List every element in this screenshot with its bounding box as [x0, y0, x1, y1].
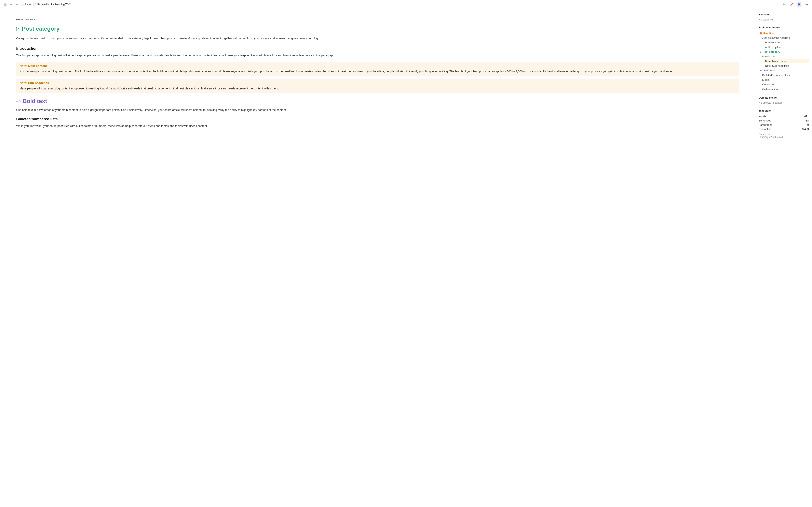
topbar: ☰ ← → 📄 Page / 📄 Page with nice heading … — [0, 0, 812, 9]
toc-link-note-sub[interactable]: Note: Sub-headlines — [764, 64, 809, 68]
toc-item-cta: Call-to-action — [759, 87, 809, 91]
backlinks-section: Backlinks No backlinks — [759, 13, 809, 21]
toc-link-author-byline[interactable]: Author by-line — [764, 45, 809, 49]
menu-icon[interactable]: ☰ — [3, 2, 7, 6]
toc-link-introduction[interactable]: Introduction — [761, 54, 809, 59]
right-sidebar: Backlinks No backlinks Table of contents… — [755, 9, 812, 507]
top-text: writer creates it. — [16, 17, 739, 21]
introduction-text: The first paragraph of your blog post wi… — [16, 53, 739, 58]
text-stats-title: Text stats — [759, 109, 809, 112]
toc-icon-headline: ▦ — [759, 32, 762, 35]
breadcrumb-page[interactable]: Page — [24, 3, 31, 6]
objects-inside-section: Objects inside No objects in content — [759, 96, 809, 104]
toc-item-post-category: ↻ Post category — [759, 50, 809, 54]
note-subheadlines-block: Note: Sub-headlines Many people will sca… — [16, 79, 739, 93]
toc-link-conclusion[interactable]: Conclusion — [761, 82, 809, 87]
note-subheadlines-text: Many people will scan your blog content … — [19, 86, 736, 91]
page-icon-1: 📄 — [20, 3, 24, 6]
breadcrumb-sep: / — [32, 3, 32, 6]
toc-item-just-below: Just below the headline.. — [759, 36, 809, 40]
post-category-heading: ▷ Post category — [16, 25, 739, 32]
toc-item-note-sub: Note: Sub-headlines — [759, 64, 809, 68]
note-main-content-block: Note: Main content It is the main part o… — [16, 62, 739, 76]
note-subheadlines-heading: Note: Sub-headlines — [19, 81, 736, 84]
category-icon: ▷ — [16, 26, 20, 32]
bulleted-heading: Bulleted/numbered lists — [16, 117, 739, 121]
note-main-content-text: It is the main part of your blog post co… — [19, 69, 736, 74]
layout-icon[interactable]: ▣ — [797, 2, 802, 7]
main-layout: writer creates it. ▷ Post category Categ… — [0, 9, 812, 507]
stats-characters-row: Characters 3,483 — [759, 127, 809, 131]
stats-characters-value: 3,483 — [802, 127, 809, 130]
toc-item-bold-text: Aa Bold text — [759, 68, 809, 73]
toc-item-author-byline: Author by-line — [759, 45, 809, 49]
objects-inside-title: Objects inside — [759, 96, 809, 99]
bold-text-heading: Aa Bold text — [16, 98, 739, 104]
toc-item-introduction: Introduction — [759, 54, 809, 59]
breadcrumb: 📄 Page / 📄 Page with nice heading TOC — [20, 3, 71, 6]
page-icon-2: 📄 — [33, 3, 37, 6]
toc-section: Table of contents ▦ Headline Just below … — [759, 26, 809, 91]
toc-item-bulleted: Bulleted/numbered lists — [759, 73, 809, 77]
toc-link-post-category[interactable]: ↻ Post category — [759, 50, 809, 54]
bold-text-body: Use bold text in a few areas of your mai… — [16, 108, 739, 112]
toc-link-bulleted[interactable]: Bulleted/numbered lists — [761, 73, 809, 77]
toc-link-note-main[interactable]: Note: Main content — [764, 59, 809, 63]
stats-sentences-label: Sentences — [759, 119, 771, 122]
post-category-title: Post category — [22, 25, 59, 32]
topbar-actions: ✂ 📌 ▣ ⋯ — [782, 2, 809, 7]
note-main-content-heading: Note: Main content — [19, 64, 736, 67]
introduction-heading: Introduction — [16, 46, 739, 51]
toc-item-conclusion: Conclusion — [759, 82, 809, 87]
toc-item-media: Media — [759, 78, 809, 82]
toc-link-cta[interactable]: Call-to-action — [761, 87, 809, 91]
toc-item-headline: ▦ Headline — [759, 31, 809, 35]
stats-words-label: Words — [759, 115, 766, 118]
toc-link-publish-date[interactable]: Publish date — [764, 40, 809, 45]
toc-link-media[interactable]: Media — [761, 78, 809, 82]
stats-sentences-value: 38 — [806, 119, 809, 122]
stats-words-row: Words 621 — [759, 114, 809, 118]
stats-words-value: 621 — [804, 115, 809, 118]
toc-link-just-below[interactable]: Just below the headline.. — [761, 36, 809, 40]
toc-icon-bold-text: Aa — [759, 69, 762, 72]
toc-item-publish-date: Publish date — [759, 40, 809, 45]
stats-paragraphs-label: Paragraphs — [759, 123, 772, 126]
stats-sentences-row: Sentences 38 — [759, 118, 809, 123]
stats-paragraphs-value: 0 — [807, 123, 809, 126]
backlinks-title: Backlinks — [759, 13, 809, 16]
stats-paragraphs-row: Paragraphs 0 — [759, 123, 809, 127]
toc-link-bold-text[interactable]: Aa Bold text — [759, 68, 809, 73]
created-at-value: February 22, 2024 AM — [759, 136, 809, 138]
post-category-intro: Category classes used to group your cont… — [16, 36, 739, 41]
back-button[interactable]: ← — [9, 2, 13, 6]
bold-text-title: Bold text — [23, 98, 47, 104]
bulleted-text: While you don't want your entire post fi… — [16, 124, 739, 128]
toc-item-note-main: Note: Main content — [759, 59, 809, 63]
breadcrumb-current: Page with nice heading TOC — [37, 3, 71, 6]
toc-list: ▦ Headline Just below the headline.. Pub… — [759, 31, 809, 91]
pin-icon[interactable]: 📌 — [789, 2, 794, 7]
bold-text-icon: Aa — [16, 99, 21, 103]
backlinks-empty: No backlinks — [759, 18, 809, 21]
content-area: writer creates it. ▷ Post category Categ… — [0, 9, 755, 507]
more-icon[interactable]: ⋯ — [804, 2, 809, 7]
toc-link-headline[interactable]: ▦ Headline — [759, 31, 809, 35]
toc-title: Table of contents — [759, 26, 809, 29]
objects-inside-empty: No objects in content — [759, 101, 809, 104]
scissors-icon[interactable]: ✂ — [782, 2, 787, 7]
forward-button[interactable]: → — [15, 2, 19, 6]
text-stats-section: Text stats Words 621 Sentences 38 Paragr… — [759, 109, 809, 138]
toc-icon-post-category: ↻ — [759, 51, 761, 53]
created-at-label: Created at — [759, 133, 809, 136]
stats-characters-label: Characters — [759, 127, 772, 130]
